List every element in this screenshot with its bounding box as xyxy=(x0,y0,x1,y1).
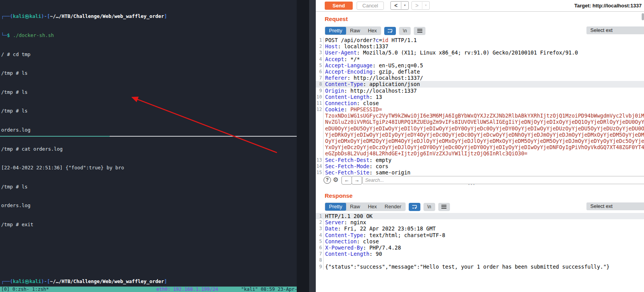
terminal-scroll-gutter xyxy=(309,0,316,292)
tmux-windows[interactable]: [0] 0:zsh- 1:zsh* xyxy=(1,287,49,292)
request-line: 1POST /api/order?c=id HTTP/1.1 xyxy=(316,37,644,43)
command-line: └─$ ./docker-sh.sh xyxy=(1,32,297,39)
shell-line: /tmp # ls xyxy=(1,89,297,95)
request-section-title: Request xyxy=(325,16,348,22)
shell-line: /tmp # exit xyxy=(1,222,297,228)
send-button[interactable]: Send xyxy=(325,2,353,10)
tab-hex[interactable]: Hex xyxy=(364,203,381,211)
response-status-line: 1HTTP/1.1 200 OK xyxy=(316,213,644,219)
tmux-pane-divider[interactable] xyxy=(0,136,297,137)
history-back-icon[interactable]: < xyxy=(391,2,401,9)
tab-hex[interactable]: Hex xyxy=(364,27,381,35)
shell-line: orders.log xyxy=(1,202,297,209)
search-prev-button[interactable]: ← xyxy=(341,176,352,185)
response-section-title: Response xyxy=(325,192,353,199)
gear-icon[interactable]: ⚙ xyxy=(333,176,338,183)
hamburger-menu-icon xyxy=(441,206,446,207)
tmux-session-clock: "kali" 08:59 23-Apr-22 xyxy=(241,287,297,292)
tab-render[interactable]: Render xyxy=(381,203,405,211)
shell-line: /tmp # ls xyxy=(1,70,297,76)
word-wrap-toggle[interactable] xyxy=(409,203,420,211)
panel-splitter-handle[interactable]: ··· xyxy=(468,181,476,187)
shell-line: /tmp # ls xyxy=(1,184,297,190)
prompt-frame: ┌──( xyxy=(1,13,13,19)
tab-raw[interactable]: Raw xyxy=(346,27,364,35)
query-param-value: id xyxy=(382,37,388,43)
screen: ┌──(kali㉿kali)-[~/…/HTB/Challenge/Web/we… xyxy=(0,0,644,292)
orders-log-content: [22-04-2022 22:51:36] {"food":true} by b… xyxy=(1,165,297,171)
editor-menu-button[interactable] xyxy=(414,27,425,35)
search-input[interactable] xyxy=(362,176,644,184)
history-forward-icon: > xyxy=(412,2,422,9)
prompt-line: ┌──(kali㉿kali)-[~/…/HTB/Challenge/Web/we… xyxy=(1,278,297,285)
request-header: 14Sec-Fetch-Mode: cors xyxy=(316,163,644,169)
editor-menu-button[interactable] xyxy=(438,203,450,211)
response-header: 7Content-Length: 90 xyxy=(316,251,644,257)
shell-line: /tmp # ls xyxy=(1,108,297,114)
shell-line: orders.log xyxy=(1,127,297,133)
phpsessid-label: PHPSESSID= xyxy=(350,106,382,113)
request-header: 13Sec-Fetch-Dest: empty xyxy=(316,157,644,163)
request-header-selected: 8Content-Type: application/json xyxy=(316,81,644,87)
request-header: 9Origin: http://localhost:1337 xyxy=(316,88,644,94)
cancel-button[interactable]: Cancel xyxy=(357,2,384,10)
request-header: 6Accept-Encoding: gzip, deflate xyxy=(316,69,644,75)
target-url: http://localhost:1337 xyxy=(593,3,642,9)
cookie-value-row: TzoxNDoiWG1sUGFyc2VyTW9kZWwiOjI6e3M6MjA6… xyxy=(316,113,644,119)
show-newlines-toggle[interactable]: \n xyxy=(424,203,435,211)
response-header: 4Content-Type: text/html; charset=UTF-8 xyxy=(316,232,644,238)
response-header: 6X-Powered-By: PHP/7.4.28 xyxy=(316,245,644,251)
shell-line: /tmp # cat orders.log xyxy=(1,146,297,152)
hamburger-menu-icon xyxy=(417,30,422,31)
select-extension-button-response[interactable]: Select ext xyxy=(586,202,644,210)
dropdown-caret-icon: ▾ xyxy=(422,2,429,9)
command-docker-sh: ./docker-sh.sh xyxy=(13,32,54,38)
request-editor[interactable]: 1POST /api/order?c=id HTTP/1.1 2Host: lo… xyxy=(316,37,644,176)
request-header: 4Accept: */* xyxy=(316,56,644,62)
prompt-path: ~/…/HTB/Challenge/Web/web_waffley_order xyxy=(50,13,164,19)
repeater-toolbar: Send Cancel < ▾ > ▾ Target: http://local… xyxy=(316,0,644,12)
tab-pretty[interactable]: Pretty xyxy=(325,203,346,211)
word-wrap-icon xyxy=(387,28,393,33)
word-wrap-toggle[interactable] xyxy=(384,27,396,35)
select-extension-button-request[interactable]: Select ext xyxy=(586,26,644,34)
prompt-user: kali㉿kali xyxy=(13,13,41,19)
response-editor: 1HTTP/1.1 200 OK 2Server: nginx 3Date: F… xyxy=(316,213,644,270)
terminal-window[interactable]: ┌──(kali㉿kali)-[~/…/HTB/Challenge/Web/we… xyxy=(0,0,297,292)
cookie-value-row: eGZpbDs8L2Vudj48L2RhdGE+IjtzOjg6InVzZXJu… xyxy=(316,150,644,157)
request-header: 5Accept-Language: en-US,en;q=0.5 xyxy=(316,62,644,69)
response-body: 9{"status":"success","message":"Hello te… xyxy=(316,264,644,270)
show-newlines-toggle[interactable]: \n xyxy=(399,27,411,35)
response-header: 2Server: nginx xyxy=(316,219,644,225)
tab-pretty[interactable]: Pretty xyxy=(325,27,346,35)
dropdown-caret-icon[interactable]: ▾ xyxy=(401,2,408,9)
request-header: 15Sec-Fetch-Site: same-origin xyxy=(316,169,644,176)
request-header: 7Referer: http://localhost:1337/ xyxy=(316,75,644,81)
response-blank-line: 8 xyxy=(316,257,644,263)
response-header: 3Date: Fri, 22 Apr 2022 23:05:18 GMT xyxy=(316,225,644,232)
request-search-bar: ? ⚙ ← → xyxy=(316,176,644,185)
word-wrap-icon xyxy=(412,204,417,209)
tmux-status-bar: [0] 0:zsh- 1:zsh* eth0: 192.168.1.199/24… xyxy=(0,287,297,292)
cookie-value-row: YxOyYjeDczOyYjeDczOyYjeDJlOyYjeDY0OyYjeD… xyxy=(316,144,644,150)
query-param-name: c xyxy=(376,37,379,43)
tab-raw[interactable]: Raw xyxy=(346,203,364,211)
scrollbar-thumb[interactable] xyxy=(642,13,644,20)
search-next-button[interactable]: → xyxy=(352,176,362,185)
response-view-tabs: Pretty Raw Hex Render \n xyxy=(325,202,450,211)
tmux-network-interface: eth0: 192.168.1.199/24 xyxy=(156,287,218,292)
response-header: 5Connection: close xyxy=(316,238,644,245)
target-label: Target: http://localhost:1337 xyxy=(574,3,642,9)
request-header: 10Content-Length: 13 xyxy=(316,94,644,100)
cookie-value-row: YjeDRkOyYjeDIwOyYjeDIyOyYjeDY4OyYjeDc0Oy… xyxy=(316,132,644,138)
request-header: 2Host: localhost:1337 xyxy=(316,43,644,49)
request-header: 11Connection: close xyxy=(316,100,644,106)
prompt-line: ┌──(kali㉿kali)-[~/…/HTB/Challenge/Web/we… xyxy=(1,13,297,19)
cookie-value-row: NvZGluZz0iVVRGLTgiPz48IURPQ1RZUEUgZm9vIF… xyxy=(316,119,644,125)
history-back-group[interactable]: < ▾ xyxy=(390,1,409,10)
burp-repeater-panel: Send Cancel < ▾ > ▾ Target: http://local… xyxy=(316,0,644,292)
history-forward-group: > ▾ xyxy=(411,1,430,10)
window-gap xyxy=(297,0,309,292)
help-icon[interactable]: ? xyxy=(324,176,331,184)
shell-line: / # cd tmp xyxy=(1,51,297,58)
